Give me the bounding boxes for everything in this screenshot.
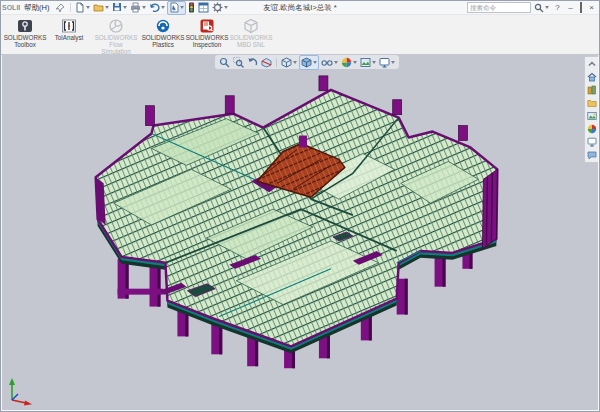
chevron-down-icon [372, 61, 376, 64]
search-button[interactable] [533, 2, 550, 13]
edit-appearance-ball-icon [341, 57, 352, 68]
ribbon-addin-inspection[interactable]: SOLIDWORKSInspection [185, 15, 229, 49]
section-view-icon [261, 57, 272, 68]
solidworks-inspection-icon [185, 18, 229, 35]
zoom-to-fit-button[interactable] [218, 56, 231, 69]
model-viewport[interactable] [2, 54, 598, 410]
new-button[interactable] [74, 2, 91, 14]
search-input[interactable] [467, 2, 531, 13]
restore-button[interactable] [578, 3, 584, 12]
triad-y-axis [9, 378, 15, 400]
triad-z-axis [12, 394, 18, 400]
chevron-down-icon [313, 61, 317, 64]
print-button[interactable] [129, 2, 147, 14]
save-icon [112, 2, 122, 13]
zoom-to-fit-icon [219, 57, 230, 68]
quick-access-toolbar [74, 1, 229, 15]
options-button[interactable] [211, 2, 229, 14]
file-properties-button[interactable] [197, 2, 210, 14]
apply-scene-button[interactable] [359, 56, 377, 69]
rebuild-traffic-light-icon [188, 2, 195, 13]
view-palette-icon[interactable] [587, 111, 597, 121]
previous-view-icon [247, 57, 258, 68]
search-icon [534, 3, 544, 13]
triad-x-axis [12, 400, 32, 406]
ribbon-addin-plastics[interactable]: SOLIDWORKSPlastics [141, 15, 185, 49]
pin-menu-icon[interactable] [55, 3, 65, 13]
headsup-view-toolbar [215, 55, 399, 69]
display-style-button[interactable] [299, 55, 319, 70]
hide-show-glasses-icon [321, 57, 333, 68]
solidworks-mbd-icon [229, 18, 273, 35]
open-button[interactable] [92, 2, 110, 14]
flow-simulation-icon [91, 18, 141, 35]
ribbon-addin-solidworks-toolbox[interactable]: SOLIDWORKSToolbox [3, 15, 47, 49]
titlebar-right-controls: ? – × [467, 2, 599, 13]
tolanalyst-icon [47, 18, 91, 35]
chevron-down-icon [353, 61, 357, 64]
chevron-down-icon [123, 6, 127, 9]
chevron-down-icon [142, 6, 146, 9]
collapse-chevron-icon[interactable] [587, 59, 597, 69]
command-manager-ribbon: SOLIDWORKSToolbox TolAnalyst SOLIDWORKSF… [1, 15, 599, 55]
restore-icon [580, 2, 582, 13]
solidworks-plastics-icon [141, 18, 185, 35]
zoom-to-area-button[interactable] [232, 56, 245, 69]
graphics-viewport[interactable] [2, 54, 598, 410]
view-settings-button[interactable] [378, 56, 396, 69]
view-orientation-cube-icon [281, 57, 292, 68]
previous-view-button[interactable] [246, 56, 259, 69]
apply-scene-icon [360, 57, 371, 68]
reference-triad [4, 374, 34, 406]
file-properties-icon [198, 2, 209, 13]
view-settings-monitor-icon [379, 57, 390, 68]
toolbar-separator [70, 3, 71, 12]
zoom-to-area-icon [233, 57, 244, 68]
menu-help[interactable]: 帮助(H) [20, 3, 53, 13]
chevron-down-icon [180, 6, 184, 9]
hide-show-items-button[interactable] [320, 56, 339, 69]
chevron-down-icon [161, 6, 165, 9]
formwork-model[interactable] [96, 76, 498, 368]
undo-button[interactable] [148, 2, 166, 14]
model-beam[interactable] [118, 289, 164, 295]
undo-icon [149, 2, 160, 13]
open-icon [93, 2, 104, 13]
chevron-down-icon [391, 61, 395, 64]
solidworks-resources-icon[interactable] [587, 72, 597, 82]
select-icon [169, 2, 179, 13]
ribbon-addin-mbd-snl: SOLIDWORKSMBD SNL [229, 15, 273, 49]
solidworks-logo: SOLIDWORKS [1, 4, 20, 11]
toolbar-separator [276, 58, 277, 67]
chevron-down-icon [224, 6, 228, 9]
gear-icon [212, 2, 223, 13]
close-button[interactable]: × [586, 2, 597, 13]
appearances-scenes-icon[interactable] [587, 124, 597, 134]
chevron-down-icon [293, 61, 297, 64]
ribbon-addin-flow-simulation: SOLIDWORKSFlowSimulation [91, 15, 141, 55]
chevron-down-icon [545, 6, 549, 9]
print-icon [130, 2, 141, 13]
edit-appearance-button[interactable] [340, 56, 358, 69]
ribbon-addin-tolanalyst[interactable]: TolAnalyst [47, 15, 91, 42]
forum-icon[interactable] [587, 150, 597, 160]
title-bar: SOLIDWORKS 帮助(H) [1, 1, 599, 15]
select-button[interactable] [167, 1, 186, 15]
chevron-down-icon [86, 6, 90, 9]
task-pane-strip [584, 56, 598, 163]
chevron-down-icon [334, 61, 338, 64]
file-explorer-icon[interactable] [587, 98, 597, 108]
display-style-icon [301, 57, 312, 68]
solidworks-window: SOLIDWORKS 帮助(H) [0, 0, 600, 412]
help-button[interactable]: ? [552, 2, 563, 13]
solidworks-toolbox-icon [3, 18, 47, 35]
rebuild-button[interactable] [187, 2, 196, 14]
custom-properties-icon[interactable] [587, 137, 597, 147]
view-orientation-button[interactable] [280, 56, 298, 69]
section-view-button[interactable] [260, 56, 273, 69]
new-icon [75, 2, 85, 13]
design-library-icon[interactable] [587, 85, 597, 95]
save-button[interactable] [111, 2, 128, 14]
chevron-down-icon [105, 6, 109, 9]
minimize-button[interactable]: – [565, 2, 576, 13]
